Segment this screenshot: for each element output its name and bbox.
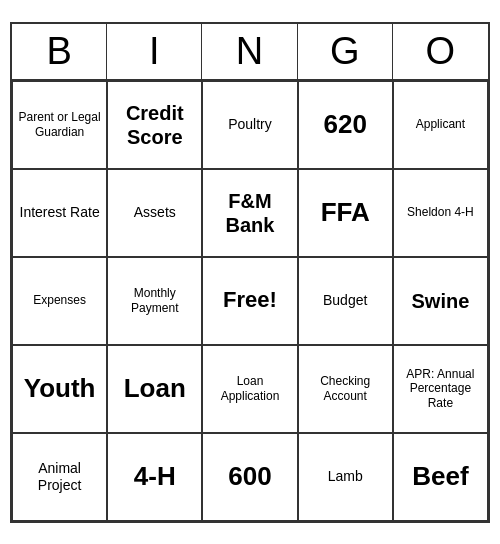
bingo-cell-18: Checking Account (298, 345, 393, 433)
bingo-cell-2: Poultry (202, 81, 297, 169)
bingo-cell-6: Assets (107, 169, 202, 257)
letter-b: B (12, 24, 107, 79)
letter-g: G (298, 24, 393, 79)
bingo-cell-3: 620 (298, 81, 393, 169)
bingo-header: B I N G O (12, 24, 488, 81)
bingo-cell-11: Monthly Payment (107, 257, 202, 345)
bingo-cell-16: Loan (107, 345, 202, 433)
bingo-cell-12: Free! (202, 257, 297, 345)
bingo-cell-9: Sheldon 4-H (393, 169, 488, 257)
bingo-cell-22: 600 (202, 433, 297, 521)
bingo-cell-0: Parent or Legal Guardian (12, 81, 107, 169)
bingo-cell-19: APR: Annual Percentage Rate (393, 345, 488, 433)
bingo-cell-4: Applicant (393, 81, 488, 169)
bingo-cell-21: 4-H (107, 433, 202, 521)
bingo-cell-23: Lamb (298, 433, 393, 521)
bingo-cell-15: Youth (12, 345, 107, 433)
bingo-cell-1: Credit Score (107, 81, 202, 169)
bingo-cell-14: Swine (393, 257, 488, 345)
bingo-card: B I N G O Parent or Legal GuardianCredit… (10, 22, 490, 523)
bingo-cell-10: Expenses (12, 257, 107, 345)
letter-i: I (107, 24, 202, 79)
letter-o: O (393, 24, 488, 79)
bingo-cell-8: FFA (298, 169, 393, 257)
bingo-cell-5: Interest Rate (12, 169, 107, 257)
letter-n: N (202, 24, 297, 79)
bingo-grid: Parent or Legal GuardianCredit ScorePoul… (12, 81, 488, 521)
bingo-cell-20: Animal Project (12, 433, 107, 521)
bingo-cell-24: Beef (393, 433, 488, 521)
bingo-cell-7: F&M Bank (202, 169, 297, 257)
bingo-cell-17: Loan Application (202, 345, 297, 433)
bingo-cell-13: Budget (298, 257, 393, 345)
